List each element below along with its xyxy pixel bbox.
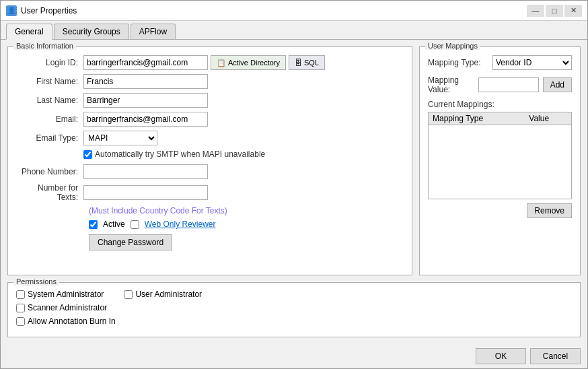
login-id-input[interactable] xyxy=(83,55,208,70)
tab-content: Basic Information Login ID: 📋 Active Dir… xyxy=(1,40,587,344)
email-input[interactable] xyxy=(83,112,208,127)
scanner-admin-checkbox[interactable] xyxy=(16,304,25,312)
main-row: Basic Information Login ID: 📋 Active Dir… xyxy=(7,46,581,275)
active-directory-button[interactable]: 📋 Active Directory xyxy=(211,55,286,70)
sql-button[interactable]: 🗄 SQL xyxy=(289,55,325,70)
add-mapping-button[interactable]: Add xyxy=(543,77,572,92)
email-type-row: Email Type: MAPI SMTP None xyxy=(16,131,404,145)
system-admin-checkbox[interactable] xyxy=(16,290,25,299)
change-password-button[interactable]: Change Password xyxy=(89,234,172,250)
current-mappings-label: Current Mappings: xyxy=(428,100,572,109)
ad-icon: 📋 xyxy=(217,59,226,67)
mapping-value-label: Mapping Value: xyxy=(428,75,474,94)
web-only-checkbox[interactable] xyxy=(131,220,139,229)
last-name-input[interactable] xyxy=(83,93,208,108)
phone-number-label: Phone Number: xyxy=(16,167,83,176)
email-row: Email: xyxy=(16,112,404,127)
user-admin-label: User Administrator xyxy=(135,290,202,299)
minimize-button[interactable]: — xyxy=(527,5,544,17)
last-name-row: Last Name: xyxy=(16,93,404,108)
permissions-row-2: Scanner Administrator xyxy=(16,303,572,312)
email-label: Email: xyxy=(16,114,83,124)
number-texts-input[interactable] xyxy=(83,185,208,200)
email-type-label: Email Type: xyxy=(16,133,83,143)
permissions-row-1: System Administrator User Administrator xyxy=(16,290,572,299)
mappings-table: Mapping Type Value xyxy=(428,112,572,199)
close-button[interactable]: ✕ xyxy=(564,5,582,17)
ok-button[interactable]: OK xyxy=(476,348,526,364)
mapping-type-header: Mapping Type xyxy=(429,112,525,125)
system-admin-label: System Administrator xyxy=(28,290,104,299)
user-mappings-title: User Mappings xyxy=(425,42,480,50)
number-texts-label: Number for Texts: xyxy=(16,183,83,202)
window-icon: 👤 xyxy=(6,5,17,16)
tab-apflow[interactable]: APFlow xyxy=(131,24,176,39)
login-id-row: Login ID: 📋 Active Directory 🗄 SQL xyxy=(16,55,404,70)
permissions-title: Permissions xyxy=(13,277,59,286)
mapi-label: Automatically try SMTP when MAPI unavail… xyxy=(95,149,265,159)
perm-user-admin: User Administrator xyxy=(124,290,202,299)
cancel-button[interactable]: Cancel xyxy=(530,348,581,364)
last-name-label: Last Name: xyxy=(16,96,83,105)
number-texts-row: Number for Texts: xyxy=(16,183,404,202)
tab-security-groups[interactable]: Security Groups xyxy=(54,24,129,39)
phone-number-row: Phone Number: xyxy=(16,164,404,179)
footer: OK Cancel xyxy=(1,344,587,368)
first-name-input[interactable] xyxy=(83,74,208,89)
mapi-checkbox-row: Automatically try SMTP when MAPI unavail… xyxy=(83,149,404,159)
mapping-value-header: Value xyxy=(525,112,571,125)
mapping-type-select[interactable]: Vendor ID Employee ID Other xyxy=(492,55,572,70)
active-row: Active Web Only Reviewer xyxy=(89,220,404,229)
phone-number-input[interactable] xyxy=(83,164,208,179)
title-bar-left: 👤 User Properties xyxy=(6,5,77,16)
title-bar: 👤 User Properties — □ ✕ xyxy=(1,1,587,21)
perm-annotation-burn: Allow Annotation Burn In xyxy=(16,316,116,326)
email-type-select[interactable]: MAPI SMTP None xyxy=(83,131,157,145)
active-label: Active xyxy=(103,220,125,229)
scanner-admin-label: Scanner Administrator xyxy=(28,303,107,312)
country-code-note: (Must Include Country Code For Texts) xyxy=(89,206,227,215)
window-title: User Properties xyxy=(21,6,77,15)
main-window: 👤 User Properties — □ ✕ General Security… xyxy=(0,0,588,369)
perm-scanner-admin: Scanner Administrator xyxy=(16,303,107,312)
active-checkbox[interactable] xyxy=(89,220,98,229)
maximize-button[interactable]: □ xyxy=(546,5,563,17)
permissions-section: Permissions System Administrator User Ad… xyxy=(7,282,581,337)
email-type-controls: MAPI SMTP None xyxy=(83,131,157,145)
mapping-type-row: Mapping Type: Vendor ID Employee ID Othe… xyxy=(428,55,572,70)
user-mappings-section: User Mappings Mapping Type: Vendor ID Em… xyxy=(419,46,581,275)
login-id-controls: 📋 Active Directory 🗄 SQL xyxy=(83,55,325,70)
user-admin-checkbox[interactable] xyxy=(124,290,133,299)
mapping-value-input[interactable] xyxy=(478,77,539,92)
mapping-value-row: Mapping Value: Add xyxy=(428,75,572,94)
permissions-row-3: Allow Annotation Burn In xyxy=(16,316,572,326)
login-id-label: Login ID: xyxy=(16,58,83,67)
mapi-checkbox[interactable] xyxy=(83,150,92,159)
perm-system-admin: System Administrator xyxy=(16,290,104,299)
web-only-label[interactable]: Web Only Reviewer xyxy=(145,220,216,229)
tab-bar: General Security Groups APFlow xyxy=(1,21,587,40)
remove-mapping-button[interactable]: Remove xyxy=(527,203,572,218)
annotation-burn-label: Allow Annotation Burn In xyxy=(28,316,116,326)
first-name-row: First Name: xyxy=(16,74,404,89)
basic-info-section: Basic Information Login ID: 📋 Active Dir… xyxy=(7,46,412,275)
first-name-label: First Name: xyxy=(16,77,83,86)
basic-info-title: Basic Information xyxy=(13,42,76,50)
window-controls: — □ ✕ xyxy=(527,5,582,17)
sql-icon: 🗄 xyxy=(295,59,302,67)
annotation-burn-checkbox[interactable] xyxy=(16,317,25,326)
tab-general[interactable]: General xyxy=(6,24,52,40)
mapping-type-label: Mapping Type: xyxy=(428,58,488,67)
